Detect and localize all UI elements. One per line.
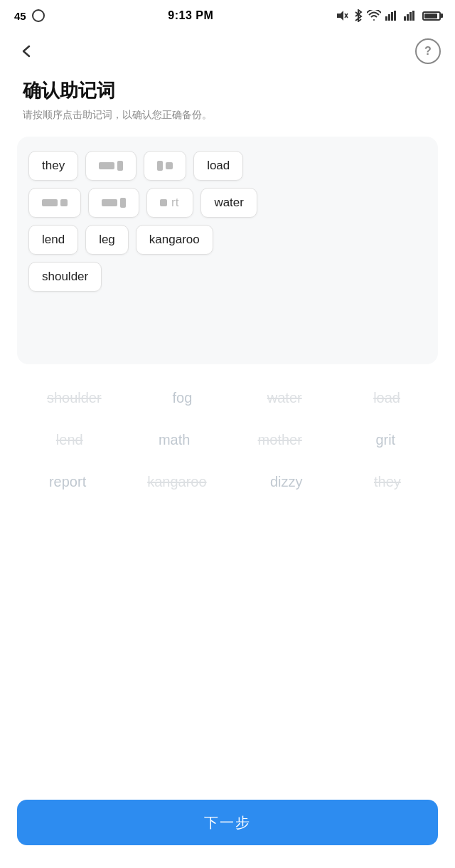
status-bar: 45 9:13 PM — [0, 0, 455, 31]
circle-icon — [32, 9, 45, 22]
blur-dot — [120, 198, 126, 208]
selected-row-1: they load — [28, 151, 427, 181]
selected-word-blur1[interactable] — [85, 151, 136, 181]
selected-row-3: lend leg kangaroo — [28, 225, 427, 255]
status-left: 45 — [14, 9, 45, 22]
pool-word-report[interactable]: report — [39, 470, 96, 494]
selected-word-shoulder[interactable]: shoulder — [28, 262, 102, 292]
back-button[interactable] — [14, 38, 40, 64]
word-pool: shoulder fog water load lend math mother… — [17, 386, 438, 512]
svg-rect-10 — [410, 12, 412, 21]
pool-word-mother[interactable]: mother — [251, 428, 309, 452]
selected-row-4: shoulder — [28, 262, 427, 292]
battery-icon — [422, 11, 441, 21]
selected-word-they[interactable]: they — [28, 151, 78, 181]
blur-dot — [102, 199, 117, 206]
page-title: 确认助记词 — [23, 78, 432, 103]
signal2-icon — [404, 11, 418, 21]
status-time: 9:13 PM — [168, 9, 213, 22]
blur-dot — [160, 199, 167, 206]
selection-box: they load rt water lend leg kangaroo — [17, 137, 438, 364]
selected-word-blur4[interactable] — [88, 188, 139, 218]
selected-word-blur3[interactable] — [28, 188, 81, 218]
back-icon — [19, 43, 35, 59]
pool-word-fog[interactable]: fog — [154, 386, 210, 411]
pool-word-shoulder[interactable]: shoulder — [40, 386, 109, 411]
selected-word-kangaroo[interactable]: kangaroo — [136, 225, 213, 255]
pool-row-2: lend math mother grit — [17, 428, 438, 452]
pool-word-dizzy[interactable]: dizzy — [258, 470, 315, 494]
pool-word-they[interactable]: they — [359, 470, 416, 494]
blur-dot — [60, 199, 68, 206]
blur-dot — [117, 161, 123, 171]
page-subtitle: 请按顺序点击助记词，以确认您正确备份。 — [23, 107, 432, 122]
blur-text-rt: rt — [170, 196, 180, 210]
svg-rect-7 — [394, 11, 396, 21]
blur-dot — [99, 162, 114, 169]
wifi-icon — [367, 10, 381, 21]
selected-word-water[interactable]: water — [200, 188, 257, 218]
signal-icon — [385, 11, 400, 21]
pool-row-1: shoulder fog water load — [17, 386, 438, 411]
selected-word-leg[interactable]: leg — [85, 225, 129, 255]
volume-icon — [337, 10, 350, 21]
blur-dot — [42, 199, 58, 206]
selected-row-2: rt water — [28, 188, 427, 218]
bluetooth-icon — [354, 9, 363, 22]
help-button[interactable]: ? — [415, 38, 441, 64]
status-icons — [337, 9, 441, 22]
pool-word-load[interactable]: load — [358, 386, 415, 411]
header: 确认助记词 请按顺序点击助记词，以确认您正确备份。 — [0, 71, 455, 137]
bottom-bar: 下一步 — [0, 788, 455, 868]
pool-word-math[interactable]: math — [146, 428, 203, 452]
status-num: 45 — [14, 10, 26, 22]
svg-rect-4 — [385, 16, 387, 21]
svg-rect-8 — [404, 16, 406, 21]
svg-rect-11 — [412, 11, 414, 21]
blur-dot — [166, 162, 173, 169]
nav-bar: ? — [0, 31, 455, 71]
pool-word-grit[interactable]: grit — [357, 428, 414, 452]
blur-dot — [157, 161, 163, 171]
pool-word-water[interactable]: water — [256, 386, 313, 411]
pool-word-lend[interactable]: lend — [41, 428, 98, 452]
help-label: ? — [424, 45, 432, 58]
pool-row-3: report kangaroo dizzy they — [17, 470, 438, 494]
selected-word-blur2[interactable] — [144, 151, 186, 181]
selected-word-load[interactable]: load — [193, 151, 243, 181]
svg-rect-6 — [391, 12, 393, 21]
pool-word-kangaroo[interactable]: kangaroo — [140, 470, 213, 494]
svg-rect-5 — [388, 14, 390, 21]
svg-point-0 — [33, 10, 44, 21]
svg-rect-9 — [407, 14, 409, 21]
svg-marker-1 — [337, 11, 343, 21]
next-button[interactable]: 下一步 — [17, 800, 438, 845]
selected-word-lend[interactable]: lend — [28, 225, 78, 255]
selected-word-blur5[interactable]: rt — [146, 188, 193, 218]
